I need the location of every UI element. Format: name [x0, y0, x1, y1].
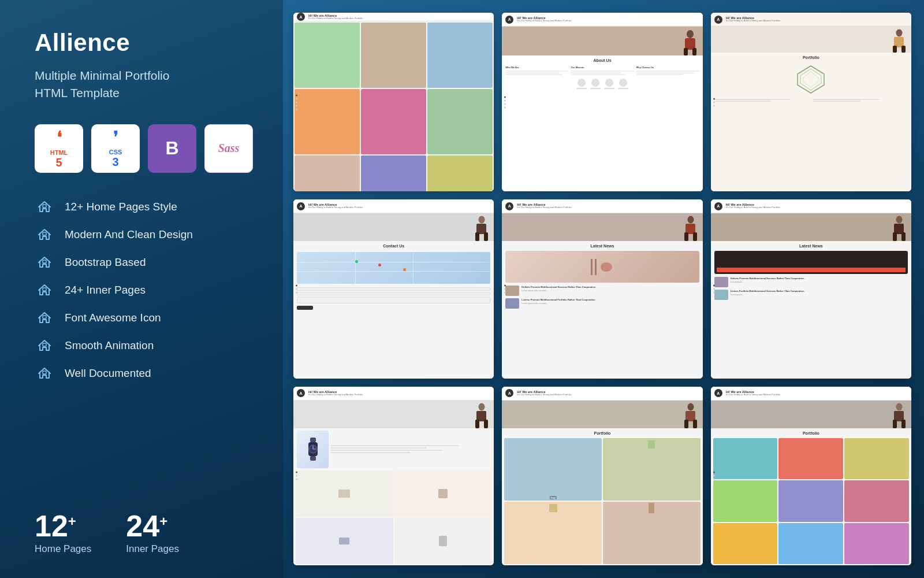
inner-pages-icon — [35, 280, 54, 300]
feature-bootstrap: Bootstrap Based — [35, 253, 257, 272]
preview-card-contact: A Hi! We are Alliance It's Our Hobby to … — [293, 199, 494, 378]
side-dots-9 — [713, 472, 715, 480]
brand-subtitle: Multiple Minimal Portfolio HTML Template — [35, 67, 257, 102]
preview-card-fashion: A Hi! We are Alliance It's Our Hobby to … — [502, 387, 702, 565]
mini-nav-1: A Hi! We are Alliance It's Our Hobby to … — [293, 13, 494, 21]
svg-rect-5 — [43, 343, 46, 346]
side-dots-7 — [296, 472, 297, 480]
mini-hero-6 — [711, 213, 911, 241]
svg-rect-28 — [684, 232, 688, 241]
svg-point-30 — [896, 216, 903, 224]
svg-marker-20 — [800, 69, 821, 90]
map-marker-3 — [355, 260, 358, 263]
stat-home-pages-number: 12+ — [35, 511, 91, 541]
documented-icon — [35, 364, 54, 383]
mini-grid-1 — [293, 21, 494, 191]
svg-rect-46 — [684, 420, 688, 428]
svg-rect-0 — [43, 205, 46, 208]
mini-nav-9: A Hi! We are Alliance It's Our Hobby to … — [711, 387, 911, 401]
stat-inner-pages: 24+ Inner Pages — [126, 511, 179, 555]
preview-card-portfolio-1: A Hi! We are Alliance It's Our Hobby to … — [711, 13, 911, 191]
svg-rect-29 — [693, 232, 697, 241]
feature-home-pages: 12+ Home Pages Style — [35, 197, 257, 217]
side-dots-5 — [504, 284, 506, 293]
mini-nav-8: A Hi! We are Alliance It's Our Hobby to … — [502, 387, 702, 401]
feature-label-home-pages: 12+ Home Pages Style — [65, 201, 177, 213]
svg-rect-18 — [901, 46, 906, 53]
svg-rect-37 — [484, 420, 488, 428]
svg-point-22 — [479, 216, 485, 224]
stat-home-pages-label: Home Pages — [35, 543, 91, 555]
stat-inner-pages-label: Inner Pages — [126, 543, 179, 555]
feature-label-inner-pages: 24+ Inner Pages — [65, 284, 146, 297]
home-pages-icon — [35, 197, 54, 217]
portfolio-title-3: Portfolio — [711, 428, 911, 437]
portfolio-title-1: Portfolio — [711, 53, 911, 61]
side-dots-2 — [504, 96, 506, 108]
badge-bootstrap: B — [148, 124, 196, 173]
svg-rect-51 — [901, 420, 906, 428]
mini-hero-4 — [293, 213, 494, 241]
svg-rect-47 — [693, 420, 697, 428]
svg-rect-24 — [475, 232, 479, 241]
css3-icon: ❜ — [113, 128, 118, 146]
svg-marker-21 — [803, 72, 818, 87]
svg-rect-14 — [692, 48, 696, 55]
animation-icon — [35, 336, 54, 355]
features-list: 12+ Home Pages Style Modern And Clean De… — [35, 197, 257, 383]
mini-hero-5 — [502, 213, 702, 241]
svg-point-34 — [479, 403, 485, 410]
side-dots-6 — [713, 284, 715, 293]
map-marker-1 — [378, 264, 381, 266]
preview-card-news-2: A Hi! We are Alliance It's Our Hobby to … — [711, 199, 911, 378]
svg-rect-33 — [901, 232, 906, 241]
svg-rect-41 — [310, 456, 316, 461]
news-title-2: Latest News — [711, 241, 911, 250]
mini-nav-4: A Hi! We are Alliance It's Our Hobby to … — [293, 199, 494, 213]
svg-rect-38 — [310, 438, 316, 442]
svg-marker-19 — [798, 66, 824, 93]
side-dots-4 — [296, 284, 297, 293]
feature-font-awesome: Font Awesome Icon — [35, 308, 257, 328]
side-dots-1 — [296, 94, 297, 110]
feature-inner-pages: 24+ Inner Pages — [35, 280, 257, 300]
stat-home-pages: 12+ Home Pages — [35, 511, 91, 555]
mini-nav-7: A Hi! We are Alliance It's Our Hobby to … — [293, 387, 494, 401]
brand-title: Allience — [35, 29, 257, 57]
news-title-1: Latest News — [502, 241, 702, 250]
left-panel: Allience Multiple Minimal Portfolio HTML… — [0, 0, 283, 578]
preview-card-watch: A Hi! We are Alliance It's Our Hobby to … — [293, 387, 494, 565]
svg-rect-25 — [484, 232, 488, 241]
mini-nav-6: A Hi! We are Alliance It's Our Hobby to … — [711, 199, 911, 213]
svg-rect-13 — [684, 48, 688, 55]
badge-css: ❜ CSS 3 — [91, 124, 140, 173]
tech-badges: ❛ HTML 5 ❜ CSS 3 B Sass — [35, 124, 257, 173]
preview-card-about: A Hi! We are Alliance It's Our Hobby to … — [502, 13, 702, 191]
svg-point-26 — [687, 216, 694, 224]
svg-rect-50 — [893, 420, 897, 428]
stats-row: 12+ Home Pages 24+ Inner Pages — [35, 511, 257, 555]
bootstrap-feature-icon — [35, 253, 54, 272]
mini-nav-5: A Hi! We are Alliance It's Our Hobby to … — [502, 199, 702, 213]
mini-nav-2: A Hi! We are Alliance It's Our Hobby to … — [502, 13, 702, 27]
svg-rect-4 — [43, 316, 46, 318]
feature-label-design: Modern And Clean Design — [65, 228, 193, 241]
svg-rect-36 — [475, 420, 479, 428]
svg-rect-17 — [893, 46, 897, 53]
feature-design: Modern And Clean Design — [35, 225, 257, 244]
feature-animation: Smooth Animation — [35, 336, 257, 355]
mini-hero-3 — [711, 27, 911, 53]
watch-image — [297, 431, 329, 468]
mini-hero-8 — [502, 401, 702, 428]
svg-rect-6 — [43, 371, 46, 374]
svg-point-15 — [896, 29, 903, 37]
sass-icon: Sass — [218, 142, 240, 155]
preview-card-news-1: A Hi! We are Alliance It's Our Hobby to … — [502, 199, 702, 378]
badge-sass: Sass — [204, 124, 253, 173]
preview-card-home-1: A Hi! We are Alliance It's Our Hobby to … — [293, 13, 494, 191]
news-featured-image-2 — [714, 251, 908, 274]
svg-rect-1 — [43, 232, 46, 235]
feature-label-animation: Smooth Animation — [65, 339, 154, 352]
preview-card-colorful: A Hi! We are Alliance It's Our Hobby to … — [711, 387, 911, 565]
svg-rect-2 — [43, 260, 46, 263]
